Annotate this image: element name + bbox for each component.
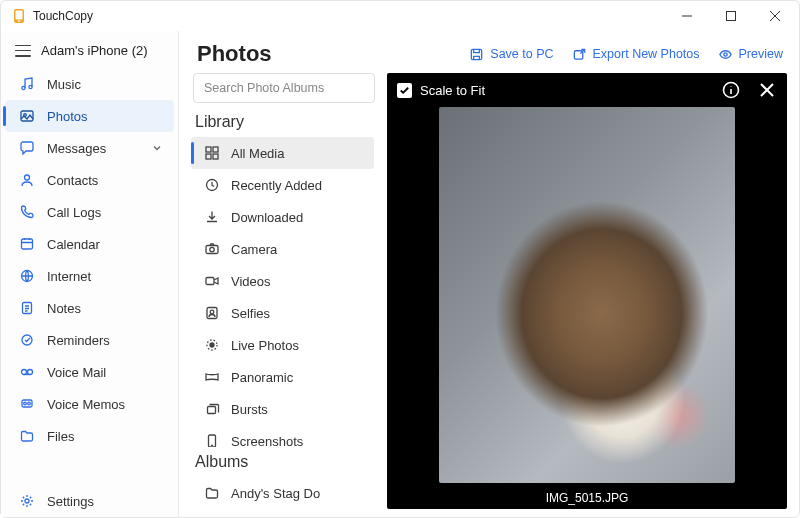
svg-point-2 [18,20,20,22]
mic-icon [19,396,35,412]
clock-icon [203,176,221,194]
app-icon [11,8,27,24]
folder-icon [203,484,221,502]
save-icon [469,47,484,62]
page-title: Photos [197,41,272,67]
svg-point-7 [22,86,25,89]
svg-point-15 [22,335,32,345]
library-item-screenshots[interactable]: Screenshots [191,425,374,447]
download-icon [203,208,221,226]
svg-rect-12 [22,239,33,249]
hamburger-icon[interactable] [15,45,31,57]
preview-panel: Scale to Fit IMG_5015.JPG [387,73,787,509]
sidebar-item-call-logs[interactable]: Call Logs [5,196,174,228]
svg-point-20 [28,402,31,405]
svg-point-17 [28,370,33,375]
library-item-live-photos[interactable]: Live Photos [191,329,374,361]
preview-image-area [387,73,787,509]
svg-rect-22 [472,49,482,59]
library-item-all-media[interactable]: All Media [191,137,374,169]
scale-to-fit-label: Scale to Fit [420,83,485,98]
panorama-icon [203,368,221,386]
sidebar-item-label: Calendar [47,237,100,252]
svg-rect-27 [206,154,211,159]
preview-image[interactable] [439,107,735,483]
video-icon [203,272,221,290]
sidebar-item-settings[interactable]: Settings [5,485,174,517]
sidebar-item-calendar[interactable]: Calendar [5,228,174,260]
scale-to-fit-checkbox[interactable] [397,83,412,98]
sidebar-item-label: Voice Memos [47,397,125,412]
titlebar: TouchCopy [1,1,799,31]
eye-icon [718,47,733,62]
sidebar-item-messages[interactable]: Messages [5,132,174,164]
window-maximize-button[interactable] [709,1,753,31]
sidebar-item-music[interactable]: Music [5,68,174,100]
library-item-videos[interactable]: Videos [191,265,374,297]
svg-point-19 [24,402,27,405]
sidebar-item-voice-memos[interactable]: Voice Memos [5,388,174,420]
device-name: Adam's iPhone (2) [41,43,148,58]
library-item-camera[interactable]: Camera [191,233,374,265]
live-photo-icon [203,336,221,354]
svg-rect-26 [213,147,218,152]
svg-point-24 [723,52,726,55]
message-icon [19,140,35,156]
sidebar-item-label: Internet [47,269,91,284]
albums-section-title: Albums [191,451,375,477]
burst-icon [203,400,221,418]
app-title: TouchCopy [33,9,93,23]
sidebar-item-reminders[interactable]: Reminders [5,324,174,356]
svg-rect-37 [208,407,216,414]
sidebar-item-label: Settings [47,494,94,509]
save-to-pc-button[interactable]: Save to PC [469,47,553,62]
album-item[interactable]: Andy's Stag Do [191,477,374,509]
sidebar-item-voice-mail[interactable]: Voice Mail [5,356,174,388]
voicemail-icon [19,364,35,380]
library-item-recently-added[interactable]: Recently Added [191,169,374,201]
music-icon [19,76,35,92]
folder-icon [19,428,35,444]
library-panel: Search Photo Albums Library All Media Re… [191,73,375,509]
search-input[interactable]: Search Photo Albums [193,73,375,103]
phone-icon [19,204,35,220]
svg-point-31 [210,247,214,251]
svg-point-16 [22,370,27,375]
export-new-photos-button[interactable]: Export New Photos [572,47,700,62]
library-item-downloaded[interactable]: Downloaded [191,201,374,233]
svg-rect-4 [727,12,736,21]
window-minimize-button[interactable] [665,1,709,31]
close-icon[interactable] [757,80,777,100]
sidebar-item-notes[interactable]: Notes [5,292,174,324]
sidebar-item-label: Messages [47,141,106,156]
sidebar-item-photos[interactable]: Photos [5,100,174,132]
chevron-down-icon [152,141,162,156]
calendar-icon [19,236,35,252]
library-item-bursts[interactable]: Bursts [191,393,374,425]
globe-icon [19,268,35,284]
camera-icon [203,240,221,258]
library-item-selfies[interactable]: Selfies [191,297,374,329]
svg-point-8 [29,85,32,88]
grid-icon [203,144,221,162]
sidebar-item-internet[interactable]: Internet [5,260,174,292]
reminder-icon [19,332,35,348]
preview-button[interactable]: Preview [718,47,783,62]
photo-icon [19,108,35,124]
sidebar-item-label: Notes [47,301,81,316]
preview-filename: IMG_5015.JPG [387,491,787,505]
library-list[interactable]: All Media Recently Added Downloaded [191,137,375,447]
info-icon[interactable] [721,80,741,100]
selfie-icon [203,304,221,322]
svg-rect-32 [206,278,214,285]
library-section-title: Library [191,111,375,137]
sidebar-item-contacts[interactable]: Contacts [5,164,174,196]
svg-rect-25 [206,147,211,152]
window-close-button[interactable] [753,1,797,31]
sidebar-item-files[interactable]: Files [5,420,174,452]
sidebar-item-label: Photos [47,109,87,124]
screenshot-icon [203,432,221,447]
library-item-panoramic[interactable]: Panoramic [191,361,374,393]
sidebar-item-label: Reminders [47,333,110,348]
svg-point-35 [210,343,214,347]
